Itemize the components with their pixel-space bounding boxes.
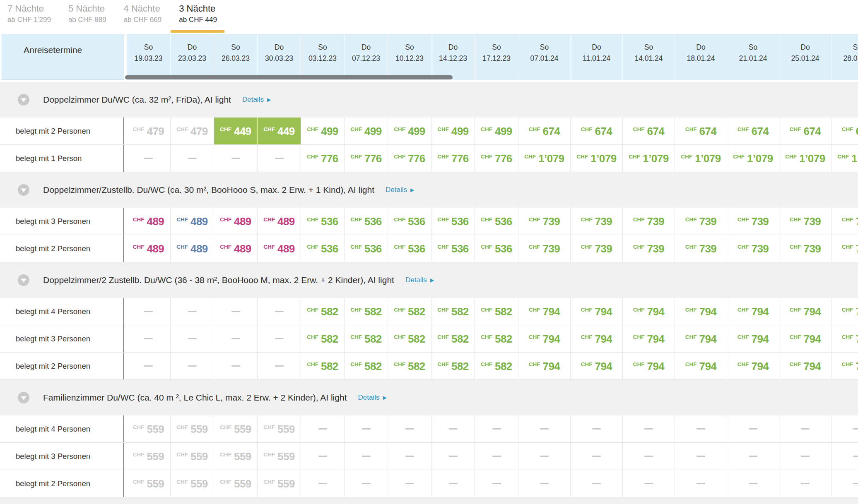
price-cell[interactable]: CHF1’079 xyxy=(622,145,675,172)
price-cell[interactable]: CHF794 xyxy=(518,325,570,352)
price-cell[interactable]: CHF1’079 xyxy=(727,145,779,172)
horizontal-scrollbar-thumb[interactable] xyxy=(125,75,453,79)
price-cell[interactable]: CHF794 xyxy=(622,325,675,352)
details-link[interactable]: Details▶ xyxy=(386,186,414,194)
price-cell[interactable]: CHF489 xyxy=(170,235,214,262)
price-cell[interactable]: CHF674 xyxy=(675,118,727,144)
details-link[interactable]: Details▶ xyxy=(405,276,434,284)
price-cell[interactable]: CHF479 xyxy=(127,118,170,144)
price-cell[interactable]: CHF489 xyxy=(170,208,214,235)
price-cell[interactable]: CHF1’079 xyxy=(518,145,570,172)
price-cell[interactable]: CHF739 xyxy=(518,208,570,235)
price-cell[interactable]: CHF559 xyxy=(127,443,170,470)
price-cell[interactable]: CHF739 xyxy=(622,208,675,235)
price-cell[interactable]: CHF794 xyxy=(622,298,675,325)
price-cell[interactable]: CHF582 xyxy=(301,325,344,352)
price-cell[interactable]: CHF582 xyxy=(388,325,431,352)
price-cell[interactable]: CHF794 xyxy=(779,298,831,325)
price-cell[interactable]: CHF776 xyxy=(344,145,388,172)
price-cell[interactable]: CHF489 xyxy=(257,208,301,235)
price-cell[interactable]: CHF499 xyxy=(301,118,344,144)
price-cell[interactable]: CHF794 xyxy=(779,353,831,379)
collapse-toggle-button[interactable] xyxy=(18,274,29,286)
price-cell[interactable]: CHF582 xyxy=(301,298,344,325)
price-cell[interactable]: CHF582 xyxy=(431,298,475,325)
price-cell[interactable]: CHF559 xyxy=(214,443,257,470)
price-cell[interactable]: CHF794 xyxy=(675,298,727,325)
tab-5-nächte[interactable]: 5 Nächteab CHF 889 xyxy=(68,0,106,33)
price-cell[interactable]: CHF536 xyxy=(344,208,388,235)
price-cell[interactable]: CHF794 xyxy=(831,298,858,325)
price-cell[interactable]: CHF582 xyxy=(388,353,431,379)
price-cell[interactable]: CHF794 xyxy=(622,353,675,379)
price-cell[interactable]: CHF794 xyxy=(675,325,727,352)
price-cell[interactable]: CHF582 xyxy=(431,353,475,379)
price-cell[interactable]: CHF1’079 xyxy=(675,145,727,172)
price-cell[interactable]: CHF739 xyxy=(779,208,831,235)
price-cell[interactable]: CHF739 xyxy=(727,208,779,235)
price-cell[interactable]: CHF536 xyxy=(344,235,388,262)
price-cell[interactable]: CHF449 xyxy=(214,118,257,144)
price-cell[interactable]: CHF489 xyxy=(127,235,170,262)
price-cell[interactable]: CHF536 xyxy=(475,235,518,262)
collapse-toggle-button[interactable] xyxy=(18,94,29,106)
price-cell[interactable]: CHF559 xyxy=(257,443,301,470)
price-cell[interactable]: CHF449 xyxy=(257,118,301,144)
price-cell[interactable]: CHF794 xyxy=(570,298,622,325)
price-cell[interactable]: CHF739 xyxy=(570,208,622,235)
price-cell[interactable]: CHF794 xyxy=(831,353,858,379)
price-cell[interactable]: CHF499 xyxy=(344,118,388,144)
price-cell[interactable]: CHF739 xyxy=(831,208,858,235)
price-cell[interactable]: CHF1’079 xyxy=(779,145,831,172)
price-cell[interactable]: CHF1’079 xyxy=(570,145,622,172)
price-cell[interactable]: CHF794 xyxy=(727,353,779,379)
price-cell[interactable]: CHF489 xyxy=(257,235,301,262)
price-cell[interactable]: CHF674 xyxy=(570,118,622,144)
price-cell[interactable]: CHF479 xyxy=(170,118,214,144)
tab-4-nächte[interactable]: 4 Nächteab CHF 669 xyxy=(124,0,162,33)
price-cell[interactable]: CHF559 xyxy=(214,415,257,442)
price-cell[interactable]: CHF499 xyxy=(475,118,518,144)
price-cell[interactable]: CHF489 xyxy=(214,235,257,262)
price-cell[interactable]: CHF674 xyxy=(518,118,570,144)
price-cell[interactable]: CHF739 xyxy=(622,235,675,262)
price-cell[interactable]: CHF559 xyxy=(170,443,214,470)
price-cell[interactable]: CHF559 xyxy=(214,470,257,497)
price-cell[interactable]: CHF536 xyxy=(431,208,475,235)
details-link[interactable]: Details▶ xyxy=(358,394,386,402)
price-cell[interactable]: CHF794 xyxy=(727,298,779,325)
price-cell[interactable]: CHF582 xyxy=(344,325,388,352)
price-cell[interactable]: CHF536 xyxy=(475,208,518,235)
details-link[interactable]: Details▶ xyxy=(242,96,271,104)
price-cell[interactable]: CHF582 xyxy=(475,298,518,325)
price-cell[interactable]: CHF1’079 xyxy=(831,145,858,172)
price-cell[interactable]: CHF559 xyxy=(257,470,301,497)
price-cell[interactable]: CHF559 xyxy=(127,470,170,497)
price-cell[interactable]: CHF499 xyxy=(431,118,475,144)
price-cell[interactable]: CHF739 xyxy=(675,235,727,262)
price-cell[interactable]: CHF559 xyxy=(257,415,301,442)
price-cell[interactable]: CHF674 xyxy=(831,118,858,144)
price-cell[interactable]: CHF794 xyxy=(570,353,622,379)
price-cell[interactable]: CHF582 xyxy=(388,298,431,325)
price-cell[interactable]: CHF776 xyxy=(475,145,518,172)
collapse-toggle-button[interactable] xyxy=(18,184,29,196)
price-cell[interactable]: CHF794 xyxy=(779,325,831,352)
price-cell[interactable]: CHF794 xyxy=(518,353,570,379)
price-cell[interactable]: CHF559 xyxy=(170,415,214,442)
tab-3-nächte[interactable]: 3 Nächteab CHF 449 xyxy=(179,0,217,33)
price-cell[interactable]: CHF559 xyxy=(170,470,214,497)
price-cell[interactable]: CHF536 xyxy=(388,235,431,262)
price-cell[interactable]: CHF536 xyxy=(388,208,431,235)
price-cell[interactable]: CHF794 xyxy=(727,325,779,352)
price-cell[interactable]: CHF739 xyxy=(518,235,570,262)
price-cell[interactable]: CHF582 xyxy=(431,325,475,352)
price-cell[interactable]: CHF794 xyxy=(675,353,727,379)
price-cell[interactable]: CHF776 xyxy=(431,145,475,172)
price-cell[interactable]: CHF794 xyxy=(831,325,858,352)
collapse-toggle-button[interactable] xyxy=(18,392,29,403)
price-cell[interactable]: CHF739 xyxy=(675,208,727,235)
price-cell[interactable]: CHF674 xyxy=(779,118,831,144)
price-cell[interactable]: CHF739 xyxy=(779,235,831,262)
price-cell[interactable]: CHF536 xyxy=(431,235,475,262)
